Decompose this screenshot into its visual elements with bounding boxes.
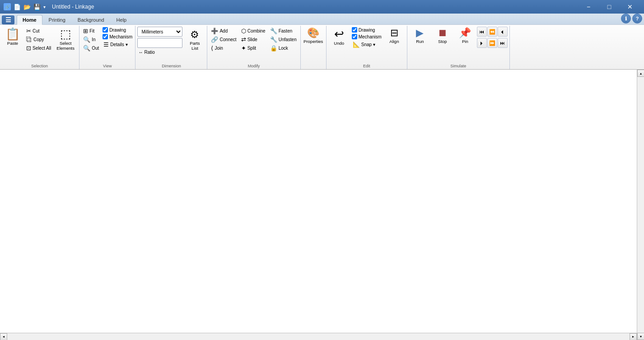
ribbon-group-simulate: ▶ Run ⏹ Stop 📌 Pin ⏮ ⏪	[407, 26, 510, 69]
edit-drawing-checkbox[interactable]	[352, 27, 357, 33]
tab-help[interactable]: Help	[111, 14, 133, 24]
edit-inner: ↩ Undo Drawing Mechanism 📐 Snap ▾	[328, 27, 405, 68]
ribbon-group-view: ⊞ Fit 🔍 In 🔍 Out Drawing	[79, 26, 135, 69]
unit-select[interactable]: Millimeters Centimeters Inches Feet	[137, 27, 182, 37]
maximize-button[interactable]: □	[599, 0, 620, 14]
vertical-scrollbar: ▴ ▾	[637, 70, 644, 340]
stop-button[interactable]: ⏹ Stop	[432, 27, 453, 56]
fasten-button[interactable]: 🔧 Fasten	[268, 27, 299, 35]
ribbon-menu-icon: ☰	[5, 16, 11, 24]
properties-icon: 🎨	[307, 28, 319, 38]
align-button[interactable]: ⊟ Align	[383, 27, 405, 56]
parts-list-button[interactable]: ⚙ Parts List	[184, 27, 205, 56]
playback-row-bottom: ⏵ ⏩ ⏭	[477, 38, 508, 48]
unfasten-button[interactable]: 🔧 Unfasten	[268, 35, 299, 43]
scroll-down-button[interactable]: ▾	[637, 333, 644, 340]
drawing-checkbox[interactable]	[103, 27, 108, 33]
split-button[interactable]: ✦ Split	[239, 44, 267, 52]
playback-row-top: ⏮ ⏪ ⏴	[477, 27, 508, 37]
canvas-area[interactable]	[0, 70, 637, 333]
playback-controls: ⏮ ⏪ ⏴ ⏵ ⏩ ⏭	[477, 27, 508, 54]
snap-icon: 📐	[353, 41, 360, 48]
zoom-out-button[interactable]: 🔍 Out	[81, 44, 101, 52]
dimension-input[interactable]	[137, 38, 182, 48]
quick-dropdown-icon[interactable]: ▾	[43, 5, 46, 9]
pin-button[interactable]: 📌 Pin	[454, 27, 476, 56]
quick-open-icon[interactable]: 📂	[23, 4, 31, 10]
edit-label: Edit	[327, 64, 407, 68]
connect-icon: 🔗	[211, 36, 218, 43]
next-end-button[interactable]: ⏭	[498, 38, 508, 48]
edit-drawing-check[interactable]: Drawing	[351, 27, 383, 33]
tab-printing[interactable]: Printing	[43, 14, 71, 24]
ribbon-menu-button[interactable]: ☰	[2, 15, 14, 24]
modify-col3: 🔧 Fasten 🔧 Unfasten 🔒 Lock	[268, 27, 299, 58]
ribbon-group-selection: 📋 Paste ✂ Cut ⿻ Copy ⊡ Select All	[0, 26, 79, 69]
ribbon-group-dimension: Millimeters Centimeters Inches Feet ↔ Ra…	[135, 26, 207, 69]
prev-start-button[interactable]: ⏮	[477, 27, 487, 37]
tab-background[interactable]: Background	[72, 14, 110, 24]
horizontal-scrollbar: ◂ ▸	[0, 333, 637, 340]
prev-step-button[interactable]: ⏴	[498, 27, 508, 37]
minimize-button[interactable]: −	[578, 0, 599, 14]
window-title: Untitled - Linkage	[52, 4, 94, 10]
run-button[interactable]: ▶ Run	[409, 27, 431, 56]
paste-button[interactable]: 📋 Paste	[2, 27, 23, 56]
ribbon-content: 📋 Paste ✂ Cut ⿻ Copy ⊡ Select All	[0, 24, 644, 69]
title-bar: 🔗 📄 📂 💾 ▾ Untitled - Linkage − □ ✕	[0, 0, 644, 14]
view-zoom-col: ⊞ Fit 🔍 In 🔍 Out	[81, 27, 101, 58]
view-label: View	[79, 64, 135, 68]
zoom-in-button[interactable]: 🔍 In	[81, 35, 101, 43]
snap-button[interactable]: 📐 Snap ▾	[351, 40, 383, 48]
select-all-button[interactable]: ⊡ Select All	[24, 44, 53, 52]
scroll-left-button[interactable]: ◂	[0, 333, 7, 340]
main-area: ◂ ▸ ▴ ▾	[0, 70, 644, 340]
edit-mechanism-check[interactable]: Mechanism	[351, 33, 383, 40]
undo-button[interactable]: ↩ Undo	[328, 27, 350, 56]
drawing-check[interactable]: Drawing	[102, 27, 133, 33]
copy-button[interactable]: ⿻ Copy	[24, 35, 53, 43]
info-button[interactable]: ℹ	[621, 14, 631, 24]
cut-button[interactable]: ✂ Cut	[24, 27, 53, 35]
select-elements-button[interactable]: ⬚ Select Elements	[54, 27, 77, 56]
details-icon: ☰	[103, 41, 109, 48]
zoom-in-icon: 🔍	[83, 36, 90, 43]
tab-home[interactable]: Home	[17, 15, 42, 25]
ratio-icon: ↔	[138, 50, 143, 55]
properties-button[interactable]: 🎨 Properties	[303, 27, 324, 56]
slide-icon: ⇄	[241, 36, 246, 43]
quick-save-icon[interactable]: 💾	[33, 4, 41, 10]
selection-label: Selection	[0, 64, 79, 68]
modify-col2: ⬡ Combine ⇄ Slide ✦ Split	[239, 27, 267, 58]
ribbon: ☰ Home Printing Background Help ℹ ? 📋 Pa…	[0, 14, 644, 70]
unfasten-icon: 🔧	[270, 36, 277, 43]
next-step-button[interactable]: ⏵	[477, 38, 487, 48]
close-button[interactable]: ✕	[620, 0, 640, 14]
mechanism-check[interactable]: Mechanism	[102, 33, 133, 40]
details-button[interactable]: ☰ Details ▾	[102, 40, 133, 48]
fit-button[interactable]: ⊞ Fit	[81, 27, 101, 35]
scroll-up-button[interactable]: ▴	[637, 70, 644, 77]
combine-button[interactable]: ⬡ Combine	[239, 27, 267, 35]
lock-button[interactable]: 🔒 Lock	[268, 44, 299, 52]
slide-button[interactable]: ⇄ Slide	[239, 35, 267, 43]
help-button[interactable]: ?	[632, 14, 642, 24]
selection-inner: 📋 Paste ✂ Cut ⿻ Copy ⊡ Select All	[2, 27, 77, 68]
join-button[interactable]: ⟨ Join	[209, 44, 238, 52]
next-button[interactable]: ⏩	[487, 38, 497, 48]
ratio-button[interactable]: ↔ Ratio	[137, 49, 182, 55]
simulate-label: Simulate	[407, 64, 509, 68]
scroll-right-button[interactable]: ▸	[630, 333, 637, 340]
app-icon: 🔗	[4, 3, 11, 10]
quick-new-icon[interactable]: 📄	[14, 4, 21, 10]
cut-icon: ✂	[26, 28, 31, 34]
paste-icon: 📋	[5, 28, 20, 40]
modify-col1: ➕ Add 🔗 Connect ⟨ Join	[209, 27, 238, 58]
dimension-row: Millimeters Centimeters Inches Feet ↔ Ra…	[137, 27, 205, 62]
edit-mechanism-checkbox[interactable]	[352, 34, 357, 39]
mechanism-checkbox[interactable]	[103, 34, 108, 39]
prev-button[interactable]: ⏪	[487, 27, 497, 37]
connect-button[interactable]: 🔗 Connect	[209, 35, 238, 43]
add-button[interactable]: ➕ Add	[209, 27, 238, 35]
align-icon: ⊟	[390, 28, 398, 38]
